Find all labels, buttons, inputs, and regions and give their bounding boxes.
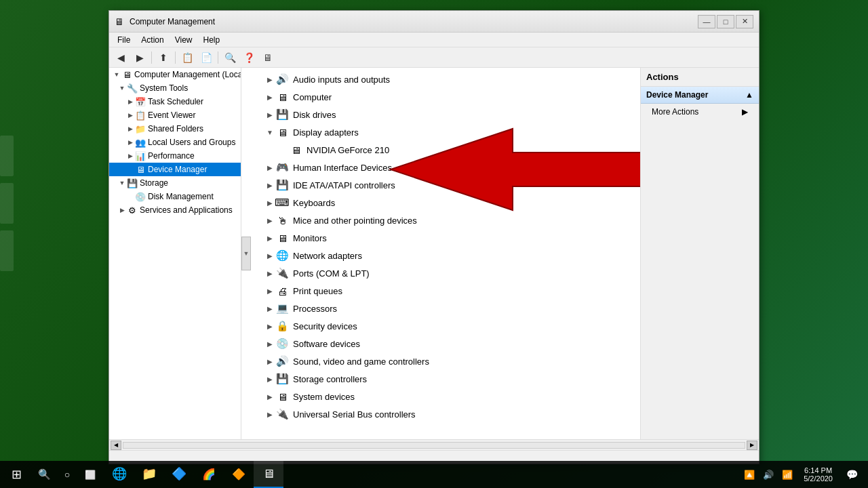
tree-services-arrow: ▶ [117, 205, 127, 215]
close-button[interactable]: ✕ [736, 15, 753, 28]
toolbar-forward[interactable]: ▶ [131, 50, 149, 65]
device-display-adapters-icon: 🖥 [275, 125, 289, 139]
tree-system-tools[interactable]: ▼ 🔧 System Tools [109, 81, 241, 95]
taskbar-cortana-button[interactable]: ○ [56, 461, 79, 488]
device-computer-label: Computer [293, 92, 332, 102]
taskbar-notification-button[interactable]: 💬 [841, 461, 863, 488]
toolbar-show-hide[interactable]: 📋 [178, 50, 196, 65]
taskbar-app-unknown[interactable]: 🔷 [164, 461, 194, 488]
actions-more-actions-arrow: ▶ [742, 107, 748, 117]
toolbar-up[interactable]: ⬆ [155, 50, 172, 65]
minimize-button[interactable]: — [698, 15, 715, 28]
device-hid-label: Human Interface Devices [293, 163, 392, 173]
menu-action[interactable]: Action [136, 34, 169, 46]
device-print-queues[interactable]: ▶ 🖨 Print queues [251, 282, 640, 300]
device-software-icon: 💿 [275, 337, 289, 350]
taskbar-task-view-button[interactable]: ⬜ [79, 461, 102, 488]
taskbar-show-hidden-icons[interactable]: 🔼 [741, 461, 757, 488]
device-storage-controllers[interactable]: ▶ 💾 Storage controllers [251, 370, 640, 388]
device-mice[interactable]: ▶ 🖱 Mice and other pointing devices [251, 211, 640, 229]
tree-local-users-label: Local Users and Groups [148, 138, 235, 147]
taskbar-app-chrome[interactable]: 🌈 [194, 461, 224, 488]
device-ports[interactable]: ▶ 🔌 Ports (COM & LPT) [251, 264, 640, 282]
maximize-button[interactable]: □ [717, 15, 734, 28]
device-processors-label: Processors [293, 304, 337, 314]
desktop-left-items [0, 136, 14, 271]
collapse-sidebar-button[interactable]: ▼ [241, 237, 251, 270]
device-monitors-icon: 🖥 [275, 231, 289, 245]
taskbar-volume-icon[interactable]: 🔊 [760, 461, 776, 488]
horizontal-scrollbar[interactable]: ◀ ▶ [109, 439, 759, 450]
tree-system-tools-icon: 🔧 [127, 83, 138, 94]
tree-event-viewer[interactable]: ▶ 📋 Event Viewer [109, 108, 241, 122]
tree-task-scheduler-arrow: ▶ [125, 97, 135, 106]
scroll-thumb [123, 442, 745, 449]
device-processors[interactable]: ▶ 💻 Processors [251, 300, 640, 317]
tree-device-manager[interactable]: 🖥 Device Manager [109, 163, 241, 176]
taskbar: ⊞ 🔍 ○ ⬜ 🌐 📁 🔷 🌈 🔶 🖥 🔼 🔊 📶 6:14 PM 5/2/20… [0, 461, 868, 488]
device-ports-icon: 🔌 [275, 266, 289, 280]
taskbar-search-button[interactable]: 🔍 [33, 461, 56, 488]
device-nvidia-icon: 🖥 [289, 143, 302, 157]
device-display-adapters-label: Display adapters [293, 127, 359, 138]
taskbar-network-icon[interactable]: 📶 [779, 461, 795, 488]
actions-section-device-manager[interactable]: Device Manager ▲ [641, 87, 759, 104]
menu-view[interactable]: View [170, 34, 198, 46]
device-hid[interactable]: ▶ 🎮 Human Interface Devices [251, 159, 640, 176]
titlebar-buttons: — □ ✕ [698, 15, 753, 28]
window-icon: 🖥 [115, 16, 125, 27]
titlebar: 🖥 Computer Management — □ ✕ [109, 11, 759, 33]
taskbar-app-management[interactable]: 🖥 [254, 461, 283, 488]
menu-file[interactable]: File [112, 34, 136, 46]
taskbar-clock[interactable]: 6:14 PM 5/2/2020 [798, 461, 838, 488]
tree-task-scheduler[interactable]: ▶ 📅 Task Scheduler [109, 95, 241, 108]
device-security-icon: 🔒 [275, 319, 289, 333]
device-disk-drives[interactable]: ▶ 💾 Disk drives [251, 106, 640, 123]
menu-help[interactable]: Help [198, 34, 226, 46]
device-sound[interactable]: ▶ 🔊 Sound, video and game controllers [251, 352, 640, 370]
device-network[interactable]: ▶ 🌐 Network adapters [251, 247, 640, 264]
toolbar-back[interactable]: ◀ [112, 50, 130, 65]
toolbar-help[interactable]: ❓ [240, 50, 258, 65]
device-usb-arrow: ▶ [264, 409, 275, 420]
tree-disk-management-icon: 💿 [135, 191, 146, 202]
tree-disk-management-arrow [125, 192, 135, 201]
device-monitors[interactable]: ▶ 🖥 Monitors [251, 229, 640, 247]
tree-services[interactable]: ▶ ⚙ Services and Applications [109, 203, 241, 217]
tree-device-manager-label: Device Manager [148, 165, 207, 174]
device-display-adapters[interactable]: ▼ 🖥 Display adapters [251, 123, 640, 141]
device-ide[interactable]: ▶ 💾 IDE ATA/ATAPI controllers [251, 176, 640, 194]
taskbar-app-burp[interactable]: 🔶 [224, 461, 254, 488]
taskbar-app-edge[interactable]: 🌐 [104, 461, 134, 488]
tree-storage[interactable]: ▼ 💾 Storage [109, 176, 241, 190]
device-keyboards[interactable]: ▶ ⌨ Keyboards [251, 194, 640, 211]
toolbar-export[interactable]: 🖥 [259, 50, 277, 65]
device-security[interactable]: ▶ 🔒 Security devices [251, 317, 640, 335]
tree-task-scheduler-icon: 📅 [135, 96, 146, 107]
left-edge-item-2 [0, 183, 14, 224]
tree-disk-management[interactable]: 💿 Disk Management [109, 190, 241, 203]
scroll-left-button[interactable]: ◀ [111, 441, 121, 450]
tree-performance[interactable]: ▶ 📊 Performance [109, 149, 241, 163]
actions-more-actions[interactable]: More Actions ▶ [641, 104, 759, 120]
left-edge-item-3 [0, 230, 14, 271]
device-sound-icon: 🔊 [275, 354, 289, 368]
device-storage-controllers-arrow: ▶ [264, 373, 275, 384]
taskbar-app-explorer[interactable]: 📁 [134, 461, 164, 488]
tree-local-users[interactable]: ▶ 👥 Local Users and Groups [109, 136, 241, 149]
device-system-devices[interactable]: ▶ 🖥 System devices [251, 388, 640, 405]
taskbar-start-button[interactable]: ⊞ [0, 461, 33, 488]
tree-system-tools-label: System Tools [140, 83, 188, 93]
device-nvidia[interactable]: 🖥 NVIDIA GeForce 210 [251, 141, 640, 159]
toolbar-properties[interactable]: 🔍 [221, 50, 239, 65]
scroll-right-button[interactable]: ▶ [747, 441, 757, 450]
tree-root[interactable]: ▼ 🖥 Computer Management (Local [109, 68, 241, 81]
toolbar-new-window[interactable]: 📄 [197, 50, 215, 65]
device-usb[interactable]: ▶ 🔌 Universal Serial Bus controllers [251, 405, 640, 423]
device-audio[interactable]: ▶ 🔊 Audio inputs and outputs [251, 70, 640, 88]
device-software[interactable]: ▶ 💿 Software devices [251, 335, 640, 352]
tree-shared-folders[interactable]: ▶ 📁 Shared Folders [109, 122, 241, 136]
device-computer-arrow: ▶ [264, 92, 275, 102]
device-computer[interactable]: ▶ 🖥 Computer [251, 88, 640, 106]
device-software-arrow: ▶ [264, 338, 275, 349]
